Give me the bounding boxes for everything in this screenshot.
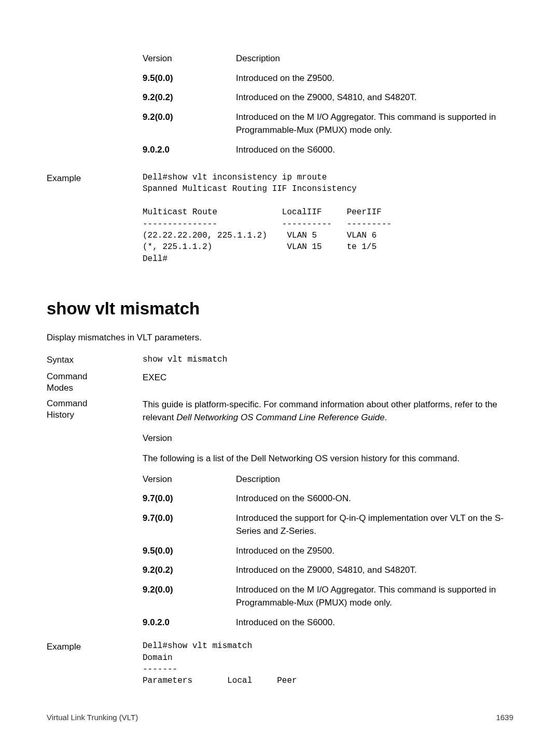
table-row: 9.2(0.2) Introduced on the Z9000, S4810,…	[143, 91, 513, 104]
example-code: Dell#show vlt mismatch Domain ------- Pa…	[143, 640, 513, 687]
syntax-value: show vlt mismatch	[143, 353, 513, 366]
version-cell: 9.7(0.0)	[143, 492, 236, 505]
footer-left: Virtual Link Trunking (VLT)	[47, 712, 138, 724]
page-footer: Virtual Link Trunking (VLT) 1639	[47, 712, 513, 724]
table-row: 9.5(0.0) Introduced on the Z9500.	[143, 544, 513, 558]
version-cell: 9.5(0.0)	[143, 72, 236, 85]
table-row: 9.2(0.2) Introduced on the Z9000, S4810,…	[143, 563, 513, 577]
version-cell: 9.0.2.0	[143, 616, 236, 629]
history-paragraph: This guide is platform-specific. For com…	[143, 398, 513, 424]
table-row: 9.2(0.0) Introduced on the M I/O Aggrega…	[143, 111, 513, 137]
example-label: Example	[47, 172, 143, 185]
version-cell: 9.2(0.2)	[143, 563, 236, 577]
table-row: 9.0.2.0 Introduced on the S6000.	[143, 143, 513, 157]
description-cell: Introduced on the S6000.	[236, 616, 513, 629]
table-row: 9.2(0.0) Introduced on the M I/O Aggrega…	[143, 583, 513, 610]
syntax-label: Syntax	[47, 353, 143, 367]
section-title: show vlt mismatch	[47, 296, 513, 322]
top-version-table: Version Description 9.5(0.0) Introduced …	[143, 52, 513, 156]
history-paragraph-2: The following is a list of the Dell Netw…	[143, 452, 513, 465]
version-cell: 9.5(0.0)	[143, 544, 236, 558]
table-header-row: Version Description	[143, 52, 513, 65]
version-cell: 9.0.2.0	[143, 143, 236, 157]
table-row: 9.7(0.0) Introduced the support for Q-in…	[143, 512, 513, 538]
description-cell: Introduced on the Z9000, S4810, and S482…	[236, 91, 513, 104]
version-cell: 9.2(0.0)	[143, 583, 236, 610]
table-header-row: Version Description	[143, 473, 513, 486]
table-row: 9.5(0.0) Introduced on the Z9500.	[143, 72, 513, 85]
command-modes-label: Command Modes	[47, 371, 143, 394]
table-row: 9.0.2.0 Introduced on the S6000.	[143, 616, 513, 629]
syntax-row: Syntax show vlt mismatch	[47, 353, 513, 367]
header-version: Version	[143, 52, 236, 65]
version-cell: 9.2(0.2)	[143, 91, 236, 104]
description-cell: Introduced on the Z9500.	[236, 72, 513, 85]
description-cell: Introduced on the S6000-ON.	[236, 492, 513, 505]
description-cell: Introduced the support for Q-in-Q implem…	[236, 512, 513, 538]
description-cell: Introduced on the Z9500.	[236, 544, 513, 558]
table-row: 9.7(0.0) Introduced on the S6000-ON.	[143, 492, 513, 505]
section-description: Display mismatches in VLT parameters.	[47, 331, 513, 345]
description-cell: Introduced on the M I/O Aggregator. This…	[236, 111, 513, 137]
command-history-label: Command History	[47, 398, 143, 421]
history-version-label: Version	[143, 432, 513, 445]
command-modes-row: Command Modes EXEC	[47, 371, 513, 394]
command-modes-value: EXEC	[143, 371, 513, 384]
header-description: Description	[236, 52, 513, 65]
command-history-content: This guide is platform-specific. For com…	[143, 398, 513, 636]
description-cell: Introduced on the M I/O Aggregator. This…	[236, 583, 513, 610]
description-cell: Introduced on the S6000.	[236, 143, 513, 157]
version-cell: 9.7(0.0)	[143, 512, 236, 538]
command-history-row: Command History This guide is platform-s…	[47, 398, 513, 636]
description-cell: Introduced on the Z9000, S4810, and S482…	[236, 563, 513, 577]
footer-right: 1639	[496, 712, 513, 724]
example-section: Example Dell#show vlt inconsistency ip m…	[47, 172, 513, 265]
example-section-2: Example Dell#show vlt mismatch Domain --…	[47, 640, 513, 687]
version-cell: 9.2(0.0)	[143, 111, 236, 137]
header-version: Version	[143, 473, 236, 486]
header-description: Description	[236, 473, 513, 486]
example-code: Dell#show vlt inconsistency ip mroute Sp…	[143, 172, 513, 265]
example-label: Example	[47, 640, 143, 654]
